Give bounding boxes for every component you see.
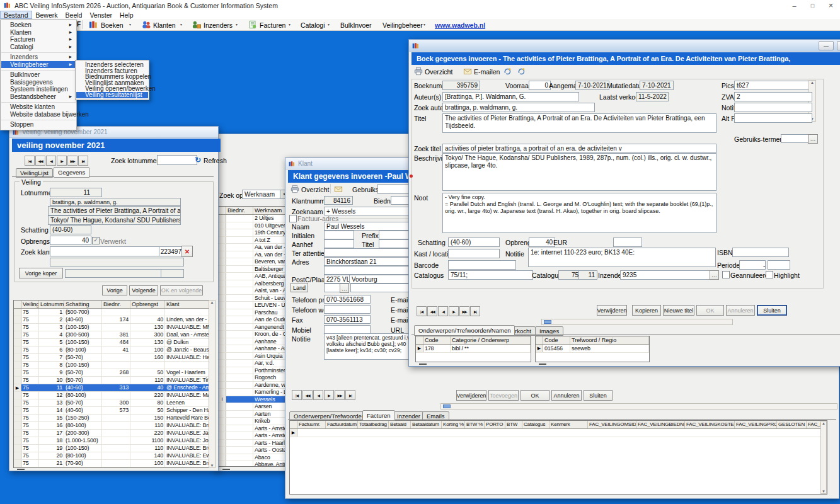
beschrijving-textarea[interactable]: Tokyo/ The Hague, Kodansha/ SDU Publishe… [442,153,716,191]
aanhef-input[interactable] [324,239,354,248]
veiling-row[interactable]: 75 14 (40-60) 573 50 Schipper - Den Haag… [14,407,209,415]
telefoon-werk-input[interactable] [324,305,371,314]
column-header[interactable]: Opbrengst [130,301,165,308]
toolbar-catalogi[interactable]: Catalogi [301,21,325,29]
toolbar-klanten[interactable]: Klanten [153,21,176,29]
nav-button[interactable]: ◀◀ [427,306,437,316]
vorige-button[interactable]: Vorige [102,285,127,295]
ok-button[interactable]: OK [521,390,549,401]
maximize-button[interactable]: □ [803,3,822,9]
veiling-row[interactable]: 75 8 (100-150) [14,362,209,369]
nav-button[interactable]: |◀ [417,306,427,316]
menu-item[interactable]: Inzenders [1,54,76,61]
alt-prijs-input[interactable] [734,113,812,123]
chevron-down-icon[interactable]: ▼ [129,23,132,26]
auteurs-input[interactable]: [Brattinga, P.]. Waldmann, G. [442,92,579,101]
volgende-button[interactable]: Volgende [129,285,158,295]
toolbar-inzenders[interactable]: Inzenders [204,21,233,29]
column-header[interactable]: Schatting [64,301,102,308]
mobiel-input[interactable] [324,325,371,334]
veiling-row[interactable]: 75 20 (80-100) 140 INVALUABLE: Ewa Ostro… [14,452,209,460]
pics-input[interactable]: t627 [734,81,812,90]
periode-tot-input[interactable] [768,260,790,270]
column-header[interactable]: Catalogus [522,421,549,428]
nav-button[interactable]: ◀◀ [302,390,313,400]
zoek-titel-input[interactable]: activities of pieter brattinga, a portra… [442,144,716,153]
column-header[interactable]: Factuurnr. [297,421,326,428]
titel-field[interactable]: The activities of Pieter Brattinga, A Po… [48,206,181,215]
column-header[interactable]: Trefwoord / Regio [570,336,649,344]
chevron-down-icon[interactable]: ▼ [180,23,183,26]
menu-bestand[interactable]: Bestand [0,11,32,19]
veiling-row[interactable]: 75 7 (50-70) 160 INVALUABLE: Haring Pieb… [14,354,209,362]
nieuwe-titel-button[interactable]: Nieuwe titel [663,305,694,316]
veiling-row[interactable]: 75 5 (100-150) 484 130 @ Dulkin [14,339,209,346]
column-header[interactable]: FAC_VEILINGBIEDNR [636,421,685,428]
horizontal-scrollbar[interactable] [440,403,837,410]
nav-button[interactable]: ▶▶ [335,390,345,400]
catalogus-input[interactable]: 75/11; [448,270,533,280]
column-header[interactable]: Korting % [442,421,465,428]
column-header[interactable]: Betaald [389,421,411,428]
veiling-row[interactable]: 75 1 (500-700) [14,309,209,316]
annuleren-button[interactable]: Annuleren [726,305,755,316]
column-header[interactable]: Code [423,336,451,344]
menu-item[interactable]: Facturen [1,36,76,43]
geannuleerd-checkbox[interactable] [722,271,730,278]
veiling-row[interactable]: ▶ 75 11 (40-60) 313 40 @ Enschede - Amst… [14,384,209,392]
close-button[interactable]: × [822,1,840,10]
uitgave-field[interactable]: Tokyo/ The Hague, Kodansha/ SDU Publishe… [48,215,181,225]
verwerkt-checkbox[interactable]: ✓ [92,237,100,244]
zoek-klant-input[interactable] [50,246,161,256]
nav-button[interactable]: ▶| [470,306,480,316]
tab-facturen[interactable]: Facturen [362,410,395,421]
nav-button[interactable]: ▶| [78,156,88,166]
toolbar-wadweb-link[interactable]: www.wadweb.nl [435,21,485,29]
veiling-row[interactable]: 75 3 (100-150) 130 INVALUABLE: MMAM Drie… [14,324,209,331]
titel-textarea[interactable]: The activities of Pieter Brattinga, A Po… [442,113,716,133]
sync-icon[interactable] [503,67,512,76]
emailen-button[interactable]: E-mailen [474,68,500,76]
chevron-down-icon[interactable]: ▼ [288,23,291,26]
extra-prijs-input[interactable] [613,238,642,247]
verwijderen-button[interactable]: Verwijderen [456,390,486,401]
nav-button[interactable]: |◀ [25,156,35,166]
isbn-input[interactable] [732,248,789,257]
column-header[interactable]: PORTO [485,421,505,428]
veiling-row[interactable]: 75 9 (50-70) 268 50 Vogel - Haarlem [14,369,209,377]
main-title-bar[interactable]: ABC Veiling InfoSystem 2026 - Auction, A… [0,0,840,11]
chevron-down-icon[interactable]: ▼ [449,69,452,73]
column-header[interactable]: GESLOTEN [777,421,807,428]
column-header[interactable]: Kenmerk [549,421,588,428]
veiling-row[interactable]: 75 17 (200-300) 220 INVALUABLE: Jan Kloo… [14,430,209,437]
facturen-grid-scrollbar[interactable] [820,421,827,494]
veiling-row[interactable]: 75 19 (100-150) 110 INVALUABLE: Bruno Gh… [14,445,209,452]
veiling-row[interactable]: 75 21 (70-90) 100 INVALUABLE: Brian Mazu… [14,460,209,467]
refresh-label[interactable]: Refresh [204,157,227,164]
postcode-input[interactable]: 2275 VL [324,275,352,284]
notitie-textarea[interactable]: 1e: internet 110-223 euro; BK13 40E: [528,248,716,267]
vorige-koper-button[interactable]: Vorige koper [19,268,63,278]
veiling-row[interactable]: 75 4 (300-500) 381 300 Daal, van - Amste… [14,331,209,339]
veiling-row[interactable]: 75 6 (80-100) 41 100 @ Janzic - Beausejo… [14,346,209,354]
veiling-row[interactable]: 75 10 (50-70) 110 INVALUABLE: Tim Obdam [14,377,209,384]
menu-venster[interactable]: Venster [86,11,116,19]
column-header[interactable]: FAC_VEILINGOMSID [588,421,636,428]
fax-input[interactable]: 070-3561113 [324,315,371,324]
column-header[interactable]: Biednr. [102,301,130,308]
clear-klant-button[interactable]: ✕ [181,246,193,257]
telefoon-prive-input[interactable]: 070-3561668 [324,295,371,304]
column-header[interactable]: Betaaldatum [411,421,442,428]
column-header[interactable]: FAC_VEILINGKOSTEN [685,421,735,428]
toolbar-facturen[interactable]: Facturen [260,21,285,29]
toevoegen-button[interactable]: Toevoegen [488,390,519,401]
veiling-row[interactable]: 75 2 (40-60) 174 40 Linden, van der - Zo… [14,316,209,324]
menu-item[interactable]: Website database bijwerken [1,111,76,118]
chevron-down-icon[interactable]: ▼ [423,23,426,26]
factuur-adres-checkbox[interactable] [289,215,297,222]
horizontal-scrollbar[interactable] [541,319,733,325]
window-close-button[interactable]: — [837,41,840,50]
sluiten-button[interactable]: Sluiten [584,390,613,401]
schatting-field[interactable]: (40-60) [50,225,91,234]
email-icon[interactable] [334,185,343,193]
